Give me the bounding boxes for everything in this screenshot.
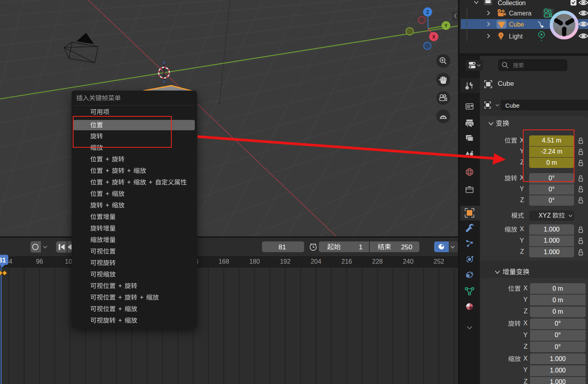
svg-text:Z: Z <box>426 10 429 15</box>
svg-text:216: 216 <box>342 258 352 265</box>
svg-text:240: 240 <box>403 258 413 265</box>
svg-text:81: 81 <box>0 257 6 264</box>
svg-text:1: 1 <box>359 243 363 251</box>
svg-text:228: 228 <box>372 258 383 265</box>
svg-text:Camera: Camera <box>509 10 532 17</box>
svg-text:192: 192 <box>280 258 291 265</box>
svg-text:168: 168 <box>219 258 229 265</box>
svg-text:Cube: Cube <box>509 21 524 28</box>
svg-text:204: 204 <box>310 258 321 265</box>
svg-text:Collection: Collection <box>498 0 526 6</box>
svg-text:Y: Y <box>444 23 448 29</box>
svg-text:Light: Light <box>509 33 523 40</box>
svg-text:81: 81 <box>279 243 286 251</box>
svg-text:252: 252 <box>434 258 444 265</box>
svg-text:180: 180 <box>249 258 260 265</box>
svg-text:250: 250 <box>401 243 412 251</box>
svg-text:96: 96 <box>36 258 43 265</box>
svg-text:X: X <box>432 34 435 40</box>
